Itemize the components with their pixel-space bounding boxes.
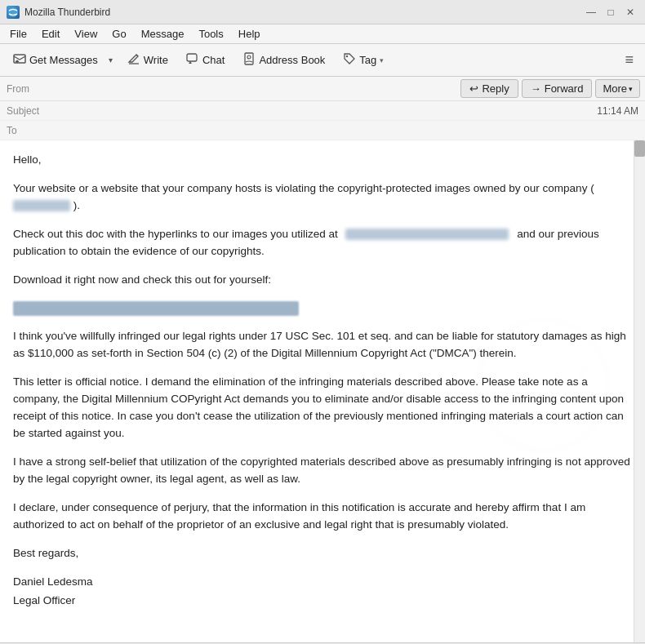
tag-icon xyxy=(343,52,356,68)
closing: Best regards, xyxy=(13,545,632,562)
title-bar: Mozilla Thunderbird — □ ✕ xyxy=(0,0,645,24)
title-bar-left: Mozilla Thunderbird xyxy=(7,6,110,19)
svg-point-5 xyxy=(346,56,348,57)
paragraph7: I declare, under consequence of perjury,… xyxy=(13,500,632,534)
sender-name: Daniel Ledesma xyxy=(13,574,632,591)
get-messages-button[interactable]: Get Messages xyxy=(6,48,105,72)
email-time: 11:14 AM xyxy=(597,105,638,117)
tag-dropdown-icon: ▾ xyxy=(380,56,384,64)
reply-icon: ↩ xyxy=(469,82,478,95)
address-book-icon xyxy=(242,52,256,68)
menu-help[interactable]: Help xyxy=(232,26,267,42)
write-label: Write xyxy=(144,54,168,66)
subject-row: Subject 11:14 AM xyxy=(0,101,645,121)
paragraph1b: ). xyxy=(73,199,80,211)
to-row: To xyxy=(0,121,645,140)
menu-view[interactable]: View xyxy=(68,26,104,42)
scrollbar[interactable] xyxy=(634,140,645,642)
forward-label: Forward xyxy=(545,82,584,95)
more-button[interactable]: More ▾ xyxy=(595,79,640,98)
tag-button[interactable]: Tag ▾ xyxy=(336,48,391,72)
forward-button[interactable]: → Forward xyxy=(522,79,593,98)
scrollbar-thumb[interactable] xyxy=(634,140,645,157)
forward-icon: → xyxy=(531,82,541,95)
get-messages-dropdown[interactable]: ▾ xyxy=(105,52,116,68)
app-icon xyxy=(7,6,20,19)
email-body: Hello, Your website or a website that yo… xyxy=(0,140,645,642)
more-dropdown-icon: ▾ xyxy=(629,85,633,93)
menu-message[interactable]: Message xyxy=(135,26,191,42)
menu-edit[interactable]: Edit xyxy=(35,26,66,42)
more-label: More xyxy=(603,82,627,95)
chat-icon xyxy=(186,52,199,68)
greeting: Hello, xyxy=(13,152,632,169)
address-book-label: Address Book xyxy=(259,54,325,66)
write-button[interactable]: Write xyxy=(120,48,176,72)
hamburger-menu[interactable]: ≡ xyxy=(618,48,640,72)
svg-point-4 xyxy=(247,56,251,59)
menu-file[interactable]: File xyxy=(3,26,33,42)
closing-text: Best regards, xyxy=(13,547,78,559)
paragraph4: I think you've willfully infringed our l… xyxy=(13,328,632,362)
subject-label: Subject xyxy=(7,105,47,117)
redacted-link-block xyxy=(13,300,632,318)
paragraph3: Download it right now and check this out… xyxy=(13,272,632,289)
redacted-company xyxy=(13,200,70,211)
chat-label: Chat xyxy=(202,54,225,66)
sender-title: Legal Officer xyxy=(13,593,632,610)
window-controls: — □ ✕ xyxy=(583,4,638,20)
toolbar: Get Messages ▾ Write Chat xyxy=(0,44,645,77)
menu-bar: File Edit View Go Message Tools Help xyxy=(0,24,645,44)
from-label: From xyxy=(7,83,29,95)
reply-label: Reply xyxy=(482,82,509,95)
header-top-row: From ↩ Reply → Forward More ▾ xyxy=(0,77,645,101)
svg-rect-2 xyxy=(187,54,197,61)
get-messages-label: Get Messages xyxy=(29,54,98,66)
email-body-wrapper: Hello, Your website or a website that yo… xyxy=(0,140,645,642)
action-buttons: ↩ Reply → Forward More ▾ xyxy=(456,77,645,100)
window-title: Mozilla Thunderbird xyxy=(24,7,110,18)
maximize-button[interactable]: □ xyxy=(603,4,619,20)
paragraph1a: Your website or a website that your comp… xyxy=(13,182,594,194)
paragraph1: Your website or a website that your comp… xyxy=(13,180,632,215)
get-messages-icon xyxy=(13,52,26,68)
paragraph2a: Check out this doc with the hyperlinks t… xyxy=(13,228,338,240)
chat-button[interactable]: Chat xyxy=(179,48,232,72)
redacted-url1 xyxy=(345,229,509,240)
redacted-link xyxy=(13,301,299,316)
minimize-button[interactable]: — xyxy=(583,4,599,20)
email-header: From ↩ Reply → Forward More ▾ Subject 11… xyxy=(0,77,645,140)
paragraph5: This letter is official notice. I demand… xyxy=(13,374,632,442)
write-icon xyxy=(127,52,140,68)
address-book-button[interactable]: Address Book xyxy=(235,48,332,72)
close-button[interactable]: ✕ xyxy=(622,4,638,20)
tag-label: Tag xyxy=(359,54,376,66)
to-label: To xyxy=(7,125,47,136)
menu-go[interactable]: Go xyxy=(105,26,132,42)
menu-tools[interactable]: Tools xyxy=(192,26,229,42)
paragraph6: I have a strong self-belief that utiliza… xyxy=(13,454,632,488)
paragraph2: Check out this doc with the hyperlinks t… xyxy=(13,226,632,260)
reply-button[interactable]: ↩ Reply xyxy=(460,79,518,98)
get-messages-group[interactable]: Get Messages ▾ xyxy=(5,47,117,73)
